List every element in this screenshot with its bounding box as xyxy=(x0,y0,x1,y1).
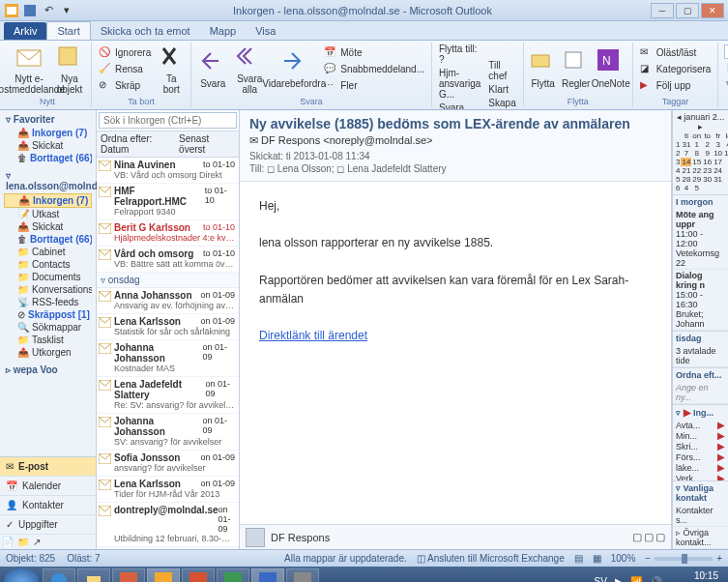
unread-button[interactable]: ✉Oläst/läst xyxy=(638,45,713,61)
nav-outbox[interactable]: 📤 Utkorgen xyxy=(4,346,92,359)
clean-button[interactable]: 🧹Rensa xyxy=(97,62,153,77)
todo-task-item[interactable]: läke...▶ xyxy=(673,462,728,473)
tb-app1-icon[interactable] xyxy=(112,568,145,582)
qs-moveto[interactable]: Flytta till: ? xyxy=(437,43,482,66)
zoom-in-button[interactable]: + xyxy=(716,553,722,564)
cal-month[interactable]: ◂ januari 2... ▸ xyxy=(675,112,726,131)
msg-group-tuesday[interactable]: ▿ tisdag xyxy=(97,547,239,549)
more-button[interactable]: ⋯Fler xyxy=(322,78,426,94)
message-row[interactable]: Sofia Jonssonon 01-09 ansvarig? för avvi… xyxy=(97,451,239,477)
navbutton-calendar[interactable]: 📅 Kalender xyxy=(0,477,96,496)
nav-wepa-header[interactable]: ▹ wepa Voo xyxy=(4,363,92,377)
nav-account-header[interactable]: ▿ lena.olsson@molndal.se xyxy=(4,168,92,193)
qs-tochef[interactable]: Till chef xyxy=(486,59,517,82)
nav-conversations[interactable]: 📁 Konversationshistorik xyxy=(4,283,92,296)
todo-new-task[interactable]: Ange en ny... xyxy=(673,382,728,404)
tab-file[interactable]: Arkiv xyxy=(4,22,46,40)
followup-button[interactable]: ▶Följ upp xyxy=(638,78,713,94)
nav-contacts[interactable]: 📁 Contacts xyxy=(4,258,92,271)
search-inbox-input[interactable] xyxy=(99,112,237,129)
todo-task-item[interactable]: Avta...▶ xyxy=(673,420,728,430)
filter-email-button[interactable]: ▽Filtrera e-post xyxy=(724,78,728,94)
message-row[interactable]: HMF Felrapport.HMCto 01-10 Felrapport 93… xyxy=(97,184,239,220)
todo-appt-1[interactable]: Möte ang uppr11:00 - 12:00Vetekornsg 22 xyxy=(673,209,728,270)
qat-save-icon[interactable] xyxy=(22,3,38,18)
qs-new[interactable]: Skapa nytt xyxy=(486,97,517,111)
tb-explorer-icon[interactable] xyxy=(77,568,110,582)
todo-task-item[interactable]: Min...▶ xyxy=(673,430,728,441)
zoom-out-button[interactable]: − xyxy=(645,553,651,564)
todo-other[interactable]: ▹ Övriga kontakt... xyxy=(673,527,728,549)
sort-by[interactable]: Ordna efter: Datum xyxy=(101,133,179,155)
navbutton-tasks[interactable]: ✓ Uppgifter xyxy=(0,515,96,535)
message-row[interactable]: dontreply@molndal.seon 01-09 Utbildning … xyxy=(97,503,239,547)
tb-app2-icon[interactable] xyxy=(286,568,319,582)
message-row[interactable]: Johanna Johanssonon 01-09 SV: ansvarig? … xyxy=(97,414,239,451)
nav-deleted[interactable]: 🗑 Borttaget (66) xyxy=(4,233,92,246)
view-normal-icon[interactable]: ▤ xyxy=(574,553,583,564)
im-button[interactable]: 💬Snabbmeddeland... xyxy=(322,62,426,77)
start-button[interactable] xyxy=(4,568,39,582)
message-row[interactable]: Johanna Johanssonon 01-09 Kostnader MAS xyxy=(97,340,239,377)
people-close-icon[interactable]: ▢ xyxy=(655,531,665,543)
message-row[interactable]: Berit G Karlssonto 01-10 Hjälpmedelskost… xyxy=(97,220,239,247)
navbutton-mail[interactable]: ✉ E-post xyxy=(0,457,96,477)
tray-network-icon[interactable]: 📶 xyxy=(630,576,642,583)
forward-button[interactable]: Vidarebefordra xyxy=(270,49,318,89)
reply-button[interactable]: Svara xyxy=(196,49,229,89)
tb-powerpoint-icon[interactable] xyxy=(182,568,215,582)
tray-lang[interactable]: SV xyxy=(595,576,607,583)
new-email-button[interactable]: Nytt e-postmeddelande xyxy=(9,44,49,95)
rules-button[interactable]: Regler xyxy=(562,49,591,89)
view-reading-icon[interactable]: ▦ xyxy=(593,553,601,564)
message-row[interactable]: Lena Karlssonon 01-09 Tider för HJM-råd … xyxy=(97,477,239,503)
nav-fav-inbox[interactable]: 📥 Inkorgen (7) xyxy=(4,127,92,139)
people-toggle-icon[interactable]: ▢ xyxy=(632,531,642,543)
nav-inbox[interactable]: 📥 Inkorgen (7) xyxy=(4,193,92,208)
todo-task-item[interactable]: Verk...▶ xyxy=(673,473,728,480)
tb-ie-icon[interactable] xyxy=(43,568,75,582)
msg-group-today[interactable]: ▿ onsdag xyxy=(97,273,239,288)
qs-done[interactable]: Klart xyxy=(486,83,517,96)
nav-drafts[interactable]: 📝 Utkast xyxy=(4,208,92,220)
delete-button[interactable]: Ta bort xyxy=(157,44,186,95)
tab-sendreceive[interactable]: Skicka och ta emot xyxy=(91,22,200,40)
people-expand-icon[interactable]: ▢ xyxy=(644,531,654,543)
reply-all-button[interactable]: Svara alla xyxy=(233,44,266,95)
direct-link[interactable]: Direktlänk till ärendet xyxy=(259,329,367,342)
new-items-button[interactable]: Nya objekt xyxy=(53,44,86,95)
tab-folder[interactable]: Mapp xyxy=(200,22,247,40)
nav-fav-deleted[interactable]: 🗑 Borttaget (66) xyxy=(4,152,92,164)
categorize-button[interactable]: ◪Kategorisera xyxy=(638,62,713,77)
junk-button[interactable]: ⊘Skräp xyxy=(97,78,153,94)
todo-task-item[interactable]: Skri...▶ xyxy=(673,441,728,451)
tab-view[interactable]: Visa xyxy=(246,22,285,40)
navstrip-shortcuts-icon[interactable]: ↗ xyxy=(33,537,41,547)
message-row[interactable]: Anna Johanssonon 01-09 Ansvarig av ev. f… xyxy=(97,288,239,314)
qs-hjm[interactable]: Hjm-ansvariga G... xyxy=(437,67,482,101)
navstrip-folders-icon[interactable]: 📁 xyxy=(17,537,29,547)
zoom-slider[interactable] xyxy=(655,557,713,561)
tb-word-icon[interactable] xyxy=(251,568,284,582)
find-contact-input[interactable] xyxy=(724,44,728,59)
nav-rss[interactable]: 📡 RSS-feeds xyxy=(4,296,92,308)
nav-documents[interactable]: 📁 Documents xyxy=(4,271,92,283)
navbutton-contacts[interactable]: 👤 Kontakter xyxy=(0,496,96,515)
close-button[interactable]: ✕ xyxy=(701,3,724,18)
move-button[interactable]: Flytta xyxy=(529,49,558,89)
todo-cat-hdr[interactable]: ▿ ▶ Ing... xyxy=(673,404,728,420)
tb-outlook-icon[interactable] xyxy=(147,568,180,582)
nav-searchfolders[interactable]: 🔍 Sökmappar xyxy=(4,321,92,334)
todo-arrange[interactable]: Ordna eft... xyxy=(673,367,728,382)
navstrip-notes-icon[interactable]: 📄 xyxy=(2,537,14,547)
meeting-button[interactable]: 📅Möte xyxy=(322,45,426,61)
todo-task-item[interactable]: Förs...▶ xyxy=(673,451,728,462)
todo-appt-2[interactable]: Dialog kring n15:00 - 16:30Bruket; Johan… xyxy=(673,270,728,331)
qat-dropdown-icon[interactable]: ▾ xyxy=(59,3,74,18)
sort-newest[interactable]: Senast överst xyxy=(179,133,235,155)
tray-volume-icon[interactable]: 🔊 xyxy=(650,576,661,583)
nav-junk[interactable]: ⊘ Skräppost [1] xyxy=(4,308,92,321)
cal-mini-grid[interactable]: tiontofrlösö 13112345 2789101112 3141516… xyxy=(675,131,728,192)
nav-sent[interactable]: 📤 Skickat xyxy=(4,220,92,233)
minimize-button[interactable]: ─ xyxy=(651,3,674,18)
